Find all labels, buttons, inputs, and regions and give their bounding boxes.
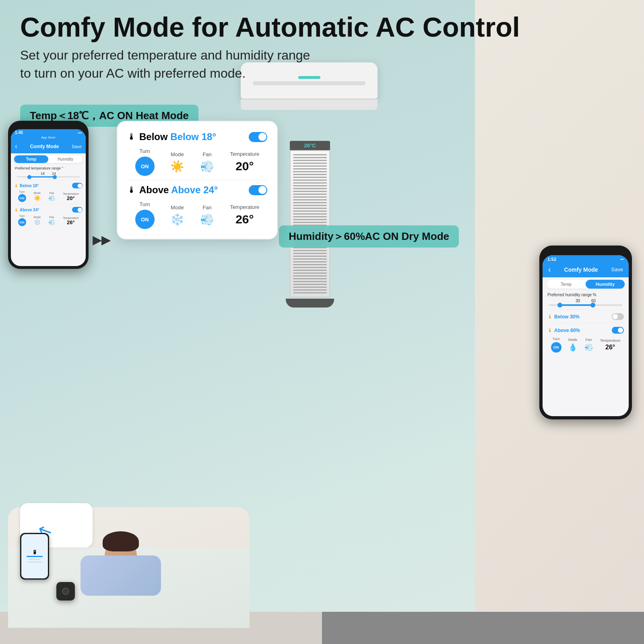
double-arrow: ▶▶ [93,233,110,247]
fan-label-r: Fan [584,338,593,342]
card-on-btn1[interactable]: ON [135,157,155,176]
phone-right-notch [574,249,598,255]
card-mode-label1: Mode [170,151,184,157]
fan-icon-card: 💨 [200,160,214,173]
tab-humidity-left[interactable]: Humidity [48,155,83,163]
toggle-above-left[interactable] [72,207,83,213]
range-label-right: Preferred humidity range % [543,291,629,298]
phone-left-frame: 1:45 ▪▪▪ App Store ‹ Comfy Mode Save Tem… [8,121,89,269]
phone-right: 1:52 ▪▪▪ ‹ Comfy Mode Save Temp Humidity… [539,246,632,419]
fan-icon-card2: 💨 [200,213,214,226]
fan-icon-right: 💨 [584,343,593,352]
drop-icon-right: 💧 [568,343,578,352]
fan-icon-l2: 💨 [48,219,55,225]
fan-label-l2: Fan [48,216,55,219]
card-toggle-below[interactable] [249,132,267,142]
header-title-right: Comfy Mode [564,266,598,273]
save-btn-left[interactable]: Save [72,144,82,149]
center-card: 🌡 Below Below 18° Turn ON Mode ☀️ Fan 💨 … [117,121,278,239]
header: Comfy Mode for Automatic AC Control Set … [20,12,624,82]
card-turn-label1: Turn [135,148,155,154]
card-above-section: 🌡 Above Above 24° Turn ON Mode ❄️ Fan 💨 … [127,184,267,229]
tab-temp-right[interactable]: Temp [547,280,586,289]
temp-label-r: Temperature [600,339,621,343]
on-btn-l1[interactable]: ON [18,194,26,202]
turn-label-r: Turn [551,337,561,341]
back-icon-left[interactable]: ‹ [15,142,17,151]
mode-label-l1: Mode [34,192,41,194]
turn-label-l1: Turn [18,190,26,193]
tower-fan: 26°C [290,141,330,308]
header-title-left: Comfy Mode [30,144,59,149]
card-fan-label2: Fan [200,204,214,211]
slider-val-left: 18 [41,171,45,175]
time-right: 1:52 [547,257,556,262]
below-actions-left: Turn ON Mode ☀️ Fan 💨 Temperature 20° [11,190,86,204]
phone-right-screen: 1:52 ▪▪▪ ‹ Comfy Mode Save Temp Humidity… [543,255,629,416]
tower-body [290,150,330,297]
tower-base [286,299,334,308]
card-below-title: Below Below 18° [139,131,216,142]
person [80,555,161,596]
toggle-below-right[interactable] [612,313,624,320]
thermometer-icon-left: 🌡 [14,183,19,188]
slider-right[interactable]: 30 60 [543,298,629,308]
above-row-left: 🌡 Above 24° [11,206,86,214]
tab-temp-left[interactable]: Temp [14,155,48,163]
turn-label-l2: Turn [18,215,26,217]
range-label-left: Preferred temperature range ° [11,165,86,171]
mode-icon-l2: ❄️ [34,219,41,225]
temp-val-l1: 20° [63,195,78,201]
card-toggle-above[interactable] [249,185,267,195]
ac-bottom [241,99,378,110]
status-bar-left: 1:45 ▪▪▪ [11,129,86,136]
tab-humidity-right[interactable]: Humidity [586,280,625,289]
back-icon-right[interactable]: ‹ [548,265,551,274]
above-label-left: Above 24° [20,208,39,212]
tab-bar-left: Temp Humidity [14,155,83,163]
temp-condition-text: Temp＜18℃，AC ON Heat Mode [30,109,189,122]
slider-val-right: 30 [576,299,580,303]
time-left: 1:45 [15,130,23,135]
slider-left[interactable]: 18 24 [11,171,86,180]
toggle-below-left[interactable] [72,183,83,188]
mode-label-r: Mode [568,338,578,342]
therm-icon-right2: 🌡 [547,327,553,333]
thermometer-icon-left2: 🌡 [14,207,19,212]
below-row-left: 🌡 Below 18° [11,182,86,190]
temp-val-l2: 26° [63,219,78,225]
subtitle-line2: to turn on your AC with preferred mode. [20,64,624,83]
on-btn-r[interactable]: ON [551,342,561,353]
phone-left-screen: 1:45 ▪▪▪ App Store ‹ Comfy Mode Save Tem… [11,129,86,266]
card-turn-label2: Turn [135,201,155,207]
toggle-above-right[interactable] [612,327,624,334]
tab-bar-right: Temp Humidity [547,280,625,289]
card-temp-val1: 20° [230,159,259,173]
snowflake-icon-card: ❄️ [170,213,184,226]
main-title: Comfy Mode for Automatic AC Control [20,12,624,42]
above-label-right: Above 60% [554,328,580,333]
signal-icons-right: ▪▪▪ [620,257,624,261]
temp-label-l2: Temperature [63,217,78,219]
below-row-right: 🌡 Below 30% [543,311,629,322]
signal-icons-left: ▪▪▪ [78,131,82,135]
temp-label-l1: Temperature [63,192,78,195]
card-temp-label1: Temperature [230,151,259,157]
humidity-condition-badge: Humidity＞60%AC ON Dry Mode [279,225,459,248]
sun-icon-card: ☀️ [170,160,184,173]
fan-label-l1: Fan [48,192,55,194]
phone-left-notch [37,124,60,129]
card-on-btn2[interactable]: ON [135,210,155,229]
temp-val-r: 26° [600,344,621,351]
above-actions-right: Turn ON Mode 💧 Fan 💨 Temperature 26° [543,336,629,356]
phone-header-right: ‹ Comfy Mode Save [543,262,629,277]
card-below-section: 🌡 Below Below 18° Turn ON Mode ☀️ Fan 💨 … [127,131,267,176]
card-therm-icon: 🌡 [127,132,136,142]
mode-icon-l1: ☀️ [34,195,41,201]
card-mode-label2: Mode [170,204,184,211]
save-btn-right[interactable]: Save [611,266,623,272]
card-temp-val2: 26° [230,213,259,226]
above-actions-left: Turn ON Mode ❄️ Fan 💨 Temperature 26° [11,214,86,229]
on-btn-l2[interactable]: ON [18,218,26,226]
subtitle-line1: Set your preferred temperature and humid… [20,46,624,64]
